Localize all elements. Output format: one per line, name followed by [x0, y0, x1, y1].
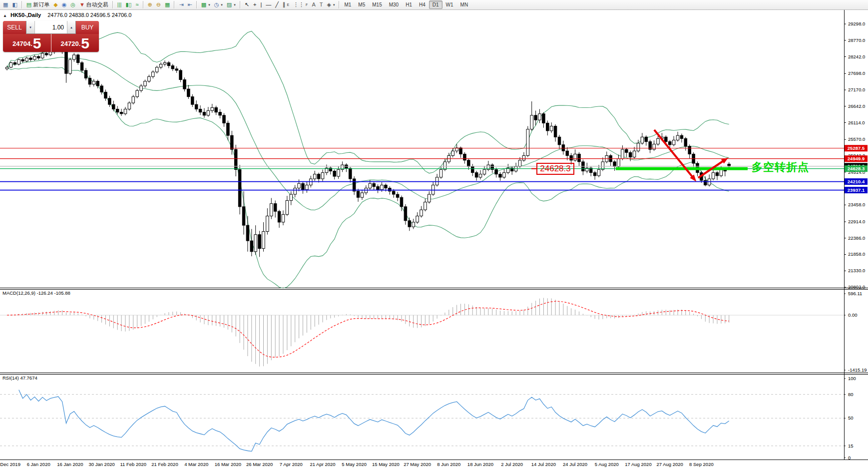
trendline-tool-icon[interactable]: ╱: [273, 0, 281, 9]
candle-body: [13, 62, 16, 64]
candle-body: [313, 174, 316, 179]
autotrading-button[interactable]: ▼自动交易: [77, 0, 110, 9]
rsi-indicator-label: RSI(14) 47.7674: [2, 375, 37, 381]
chevron-down-icon[interactable]: ▾: [208, 3, 210, 7]
chevron-down-icon[interactable]: ▾: [221, 3, 223, 7]
horizontal-line-tool-icon[interactable]: —: [264, 0, 273, 9]
period-icon[interactable]: ◷▾: [212, 0, 225, 9]
candle-body: [140, 86, 143, 90]
sell-price[interactable]: 24704 . 5: [3, 34, 51, 52]
candle-body: [396, 194, 399, 197]
fibonacci-tool-icon[interactable]: ⋮⋮F: [291, 0, 310, 9]
label-tool-icon[interactable]: T: [318, 0, 325, 9]
bar-chart-mode-icon[interactable]: |||: [115, 0, 124, 9]
timeframe-mn-button[interactable]: MN: [457, 0, 472, 9]
timeframe-h4-button[interactable]: H4: [416, 0, 429, 9]
timeframe-h1-button[interactable]: H1: [402, 0, 416, 9]
chevron-down-icon[interactable]: ▾: [234, 3, 236, 7]
price-tick-label: 21858.0: [848, 251, 865, 257]
macd-pane[interactable]: [0, 298, 844, 366]
candle-body: [357, 191, 360, 197]
channel-tool-icon[interactable]: ∥E: [281, 0, 291, 9]
price-tick-label: 28242.0: [848, 54, 865, 59]
bollinger-lower-band: [7, 67, 729, 289]
timeframe-m30-button[interactable]: M30: [386, 0, 402, 9]
macd-name: MACD(12,26,9): [2, 290, 35, 296]
macd-axis-label: 0.00: [848, 312, 858, 318]
rsi-axis-label: 80: [848, 392, 854, 397]
candlestick-mode-icon[interactable]: ▮▯: [123, 0, 133, 9]
metaeditor-icon[interactable]: ◆: [51, 0, 59, 9]
candle-body: [227, 123, 230, 135]
turning-point-label[interactable]: 多空转折点: [752, 160, 809, 175]
chevron-down-icon[interactable]: ▾: [333, 3, 335, 7]
volume-increase-button[interactable]: ▲: [67, 21, 75, 33]
candle-body: [199, 109, 202, 112]
candle-body: [385, 185, 388, 188]
date-tick-label: 16 Mar 2020: [215, 462, 241, 467]
volume-decrease-button[interactable]: ▼: [26, 21, 35, 33]
timeframe-w1-button[interactable]: W1: [442, 0, 457, 9]
main-toolbar: ▦◧▤新订单◆◉◎▼自动交易|||▮▯≈⊕⊖▦⇥⇤▩▾◷▾▨▾↖+|—╱∥E⋮⋮…: [0, 0, 868, 10]
date-tick-label: 21 Apr 2020: [310, 462, 335, 467]
candle-body: [108, 98, 111, 104]
buy-button[interactable]: BUY: [76, 21, 99, 34]
text-tool-icon[interactable]: A: [310, 0, 317, 9]
price-tick-label: 27698.0: [848, 70, 865, 76]
candle-body: [641, 137, 644, 143]
candle-body: [69, 59, 72, 73]
volume-input[interactable]: [35, 23, 67, 31]
candle-body: [29, 58, 32, 59]
rsi-name: RSI(14): [2, 375, 19, 381]
buy-price-main: 24720: [61, 37, 79, 50]
signals-icon[interactable]: ◎: [68, 0, 77, 9]
down-arrow-annotation[interactable]: [654, 130, 696, 182]
crosshair-tool-icon: +: [253, 2, 256, 7]
chart-canvas[interactable]: 29298.028770.028242.027698.027170.026642…: [0, 0, 868, 468]
support-level-label[interactable]: 24628.3: [536, 163, 574, 175]
charts-window-icon[interactable]: ▦: [1, 0, 10, 9]
chart-shift-icon[interactable]: ⇤: [186, 0, 194, 9]
candle-body: [574, 154, 577, 160]
new-order-button[interactable]: ▤新订单: [24, 0, 51, 9]
cursor-tool-icon[interactable]: ↖: [243, 0, 251, 9]
data-window-icon[interactable]: ◧: [10, 0, 19, 9]
zoom-in-icon[interactable]: ⊕: [146, 0, 154, 9]
tile-windows-icon[interactable]: ▦: [163, 0, 172, 9]
buy-price[interactable]: 24720 . 5: [51, 34, 99, 52]
template-icon[interactable]: ▨▾: [225, 0, 238, 9]
channel-tool-icon: ∥: [283, 2, 286, 7]
zoom-out-icon: ⊖: [156, 2, 161, 7]
crosshair-tool-icon[interactable]: +: [251, 0, 258, 9]
timeframe-d1-button[interactable]: D1: [429, 0, 442, 9]
timeframe-m5-button[interactable]: M5: [355, 0, 369, 9]
toolbar-separator: [112, 1, 113, 8]
rsi-pane[interactable]: [0, 390, 844, 452]
new-chart-icon[interactable]: ▩▾: [199, 0, 212, 9]
auto-scroll-icon[interactable]: ⇥: [177, 0, 185, 9]
candle-body: [629, 152, 632, 157]
turning-point-bar[interactable]: [616, 167, 748, 170]
shapes-tool-icon[interactable]: ◈▾: [325, 0, 337, 9]
line-chart-mode-icon[interactable]: ≈: [133, 0, 140, 9]
candle-body: [665, 137, 668, 141]
candle-body: [538, 114, 541, 120]
vertical-line-tool-icon[interactable]: |: [258, 0, 264, 9]
sell-button[interactable]: SELL: [3, 21, 26, 34]
candle-body: [416, 216, 419, 222]
timeframe-m15-button[interactable]: M15: [369, 0, 385, 9]
collapse-panel-icon[interactable]: ▲: [3, 13, 7, 18]
price-tick-label: 26114.0: [848, 120, 865, 125]
candle-body: [5, 67, 8, 69]
toolbar-separator: [21, 1, 22, 8]
macd-indicator-label: MACD(12,26,9) -126.24 -105.88: [2, 290, 70, 296]
macd-signal-value: -105.88: [54, 290, 70, 296]
timeframe-m1-button[interactable]: M1: [341, 0, 355, 9]
zoom-out-icon[interactable]: ⊖: [154, 0, 163, 9]
candle-body: [302, 183, 305, 189]
main-price-pane[interactable]: [0, 31, 844, 288]
candle-body: [33, 56, 36, 59]
community-icon[interactable]: ◉: [60, 0, 69, 9]
candle-body: [337, 169, 340, 176]
label-tool-icon: T: [320, 2, 323, 7]
